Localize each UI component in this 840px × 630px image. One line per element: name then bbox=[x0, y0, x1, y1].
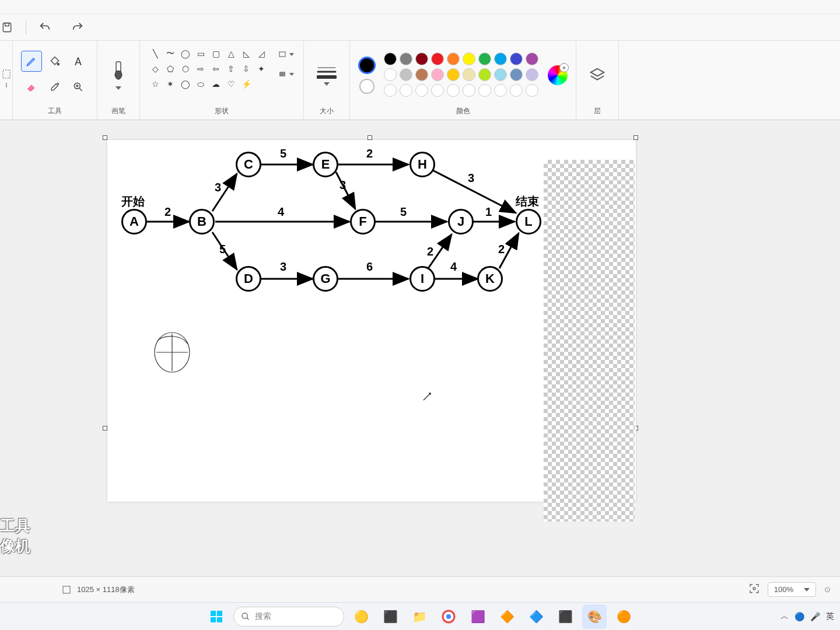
taskbar-app[interactable]: 🟠 bbox=[611, 604, 636, 629]
shape-line[interactable]: ╲ bbox=[148, 47, 162, 61]
save-icon[interactable] bbox=[0, 20, 14, 34]
redo-icon[interactable] bbox=[71, 20, 85, 34]
color-swatch[interactable] bbox=[463, 52, 475, 65]
shape-triangle[interactable]: ◺ bbox=[239, 47, 253, 61]
shape-lightning[interactable]: ⚡ bbox=[239, 77, 253, 91]
taskbar-app[interactable]: 🟪 bbox=[466, 604, 490, 629]
color-swatch[interactable] bbox=[478, 52, 491, 65]
zoom-slider-icon[interactable]: ⊙ bbox=[824, 585, 831, 594]
color-swatch[interactable] bbox=[447, 68, 460, 81]
start-button[interactable] bbox=[204, 604, 229, 629]
color-2[interactable] bbox=[359, 79, 374, 94]
color-swatch[interactable] bbox=[415, 52, 428, 65]
color-swatch[interactable] bbox=[494, 52, 507, 65]
resize-handle[interactable] bbox=[634, 135, 638, 140]
shape-roundrect[interactable]: ▢ bbox=[209, 47, 223, 61]
color-swatch[interactable] bbox=[494, 84, 507, 97]
color-swatch[interactable] bbox=[384, 52, 397, 65]
shape-outline-button[interactable] bbox=[278, 47, 295, 62]
color-swatch[interactable] bbox=[463, 84, 475, 97]
ime-indicator[interactable]: 英 bbox=[826, 611, 834, 622]
taskbar-chrome[interactable] bbox=[436, 604, 461, 629]
taskbar-app[interactable]: 🔷 bbox=[524, 604, 548, 629]
shape-callout-cloud[interactable]: ☁ bbox=[209, 77, 223, 91]
taskbar-app[interactable]: 🟡 bbox=[349, 604, 373, 629]
color-swatch[interactable] bbox=[431, 84, 444, 97]
taskbar-app[interactable]: ⬛ bbox=[378, 604, 402, 629]
shape-rtriangle[interactable]: ◿ bbox=[254, 47, 268, 61]
size-button[interactable] bbox=[312, 58, 341, 93]
shape-rect[interactable]: ▭ bbox=[194, 47, 208, 61]
fill-tool[interactable] bbox=[44, 51, 65, 72]
color-swatch[interactable] bbox=[384, 68, 397, 81]
selection-icon[interactable] bbox=[2, 69, 11, 94]
tray-chevron-icon[interactable]: ︿ bbox=[780, 611, 789, 622]
color-swatch[interactable] bbox=[494, 68, 507, 81]
layers-button[interactable] bbox=[584, 62, 610, 88]
svg-rect-30 bbox=[217, 611, 222, 616]
shape-callout-round[interactable]: ◯ bbox=[178, 77, 192, 91]
color-swatch[interactable] bbox=[431, 68, 444, 81]
color-swatch[interactable] bbox=[526, 68, 538, 81]
color-swatch[interactable] bbox=[463, 68, 475, 81]
shape-star6[interactable]: ✶ bbox=[163, 77, 177, 91]
color-swatch[interactable] bbox=[526, 52, 538, 65]
taskbar-app[interactable]: 🔶 bbox=[495, 604, 519, 629]
fit-screen-icon[interactable] bbox=[749, 583, 760, 596]
color-swatch[interactable] bbox=[447, 84, 460, 97]
shape-arrow-r[interactable]: ⇨ bbox=[194, 62, 208, 76]
tray-icon[interactable]: 🔵 bbox=[794, 612, 804, 621]
shape-curve[interactable]: 〜 bbox=[163, 47, 177, 61]
color-swatch[interactable] bbox=[400, 52, 412, 65]
color-swatch[interactable] bbox=[400, 84, 412, 97]
color-swatch[interactable] bbox=[478, 84, 491, 97]
taskbar-app[interactable]: ⬛ bbox=[553, 604, 578, 629]
edge-weight: 3 bbox=[340, 178, 346, 192]
color-swatch[interactable] bbox=[431, 52, 444, 65]
resize-handle[interactable] bbox=[368, 135, 372, 140]
shape-heart[interactable]: ♡ bbox=[224, 77, 238, 91]
shape-arrow-d[interactable]: ⇩ bbox=[239, 62, 253, 76]
shape-star5[interactable]: ☆ bbox=[148, 77, 162, 91]
workspace[interactable]: 开始 结束 A B C D E F G H I J K L 2 3 4 5 5 … bbox=[0, 120, 840, 576]
color-picker-tool[interactable] bbox=[44, 76, 65, 97]
resize-handle[interactable] bbox=[103, 135, 107, 140]
shape-oval[interactable]: ◯ bbox=[178, 47, 192, 61]
color-swatch[interactable] bbox=[400, 68, 412, 81]
resize-handle[interactable] bbox=[103, 426, 107, 430]
undo-icon[interactable] bbox=[38, 20, 52, 34]
color-swatch[interactable] bbox=[478, 68, 491, 81]
shape-star4[interactable]: ✦ bbox=[254, 62, 268, 76]
shape-arrow-u[interactable]: ⇧ bbox=[224, 62, 238, 76]
taskbar-search[interactable]: 搜索 bbox=[233, 607, 344, 626]
brushes-button[interactable] bbox=[106, 55, 131, 96]
shape-diamond[interactable]: ◇ bbox=[148, 62, 162, 76]
eraser-tool[interactable] bbox=[21, 76, 42, 97]
text-tool[interactable] bbox=[68, 51, 89, 72]
color-swatch[interactable] bbox=[510, 68, 523, 81]
zoom-selector[interactable]: 100% bbox=[768, 582, 816, 597]
taskbar-explorer[interactable]: 📁 bbox=[407, 604, 432, 629]
taskbar-paint[interactable]: 🎨 bbox=[582, 604, 607, 629]
pencil-tool[interactable] bbox=[21, 51, 42, 72]
magnifier-tool[interactable] bbox=[68, 76, 89, 97]
group-colors: 颜色 bbox=[350, 41, 576, 120]
color-swatch[interactable] bbox=[415, 68, 428, 81]
color-swatch[interactable] bbox=[510, 84, 523, 97]
color-swatch[interactable] bbox=[384, 84, 397, 97]
shape-arrow-l[interactable]: ⇦ bbox=[209, 62, 223, 76]
watermark-line: 工具 bbox=[0, 516, 30, 536]
shape-polygon[interactable]: △ bbox=[224, 47, 238, 61]
shape-callout-oval[interactable]: ⬭ bbox=[194, 77, 208, 91]
color-swatch[interactable] bbox=[510, 52, 523, 65]
shape-fill-button[interactable] bbox=[278, 66, 295, 82]
shape-pentagon[interactable]: ⬠ bbox=[163, 62, 177, 76]
edit-colors-button[interactable] bbox=[548, 65, 568, 85]
shape-hexagon[interactable]: ⬡ bbox=[178, 62, 192, 76]
tray-mic-icon[interactable]: 🎤 bbox=[810, 612, 820, 621]
color-swatch[interactable] bbox=[447, 52, 460, 65]
color-swatch[interactable] bbox=[526, 84, 538, 97]
color-swatch[interactable] bbox=[415, 84, 428, 97]
shape-gallery[interactable]: ╲ 〜 ◯ ▭ ▢ △ ◺ ◿ ◇ ⬠ ⬡ ⇨ ⇦ ⇧ ⇩ ✦ ☆ ✶ ◯ ⬭ bbox=[148, 47, 268, 91]
color-1[interactable] bbox=[358, 57, 376, 74]
